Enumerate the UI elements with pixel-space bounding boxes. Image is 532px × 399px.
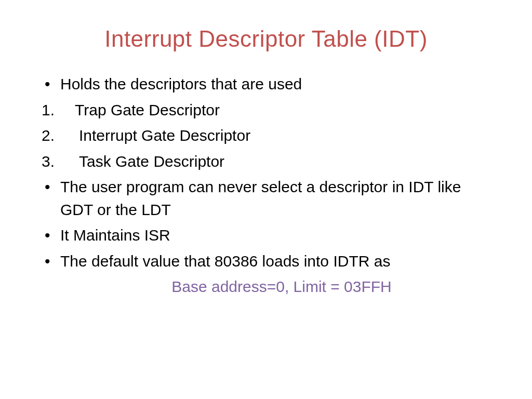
numbered-text: Interrupt Gate Descriptor — [60, 124, 250, 147]
bullet-text: The user program can never select a desc… — [60, 178, 461, 218]
bullet-text: The default value that 80386 loads into … — [60, 252, 390, 270]
list-number: 2. — [42, 124, 60, 147]
bullet-item: Holds the descriptors that are used — [42, 73, 490, 96]
bullet-item: It Maintains ISR — [42, 224, 490, 247]
bullet-item: The default value that 80386 loads into … — [42, 250, 490, 273]
numbered-text: Task Gate Descriptor — [60, 150, 224, 173]
slide-content: Holds the descriptors that are used 1. T… — [42, 73, 490, 298]
bullet-text: Holds the descriptors that are used — [60, 75, 302, 92]
list-number: 1. — [42, 99, 60, 122]
numbered-item: 1. Trap Gate Descriptor — [42, 99, 490, 122]
bullet-item: The user program can never select a desc… — [42, 176, 490, 221]
list-number: 3. — [42, 150, 60, 173]
numbered-item: 2. Interrupt Gate Descriptor — [42, 124, 490, 147]
footer-text: Base address=0, Limit = 03FFH — [42, 275, 490, 298]
numbered-item: 3. Task Gate Descriptor — [42, 150, 490, 173]
slide-title: Interrupt Descriptor Table (IDT) — [42, 26, 490, 52]
bullet-text: It Maintains ISR — [60, 227, 170, 244]
numbered-text: Trap Gate Descriptor — [60, 99, 220, 122]
